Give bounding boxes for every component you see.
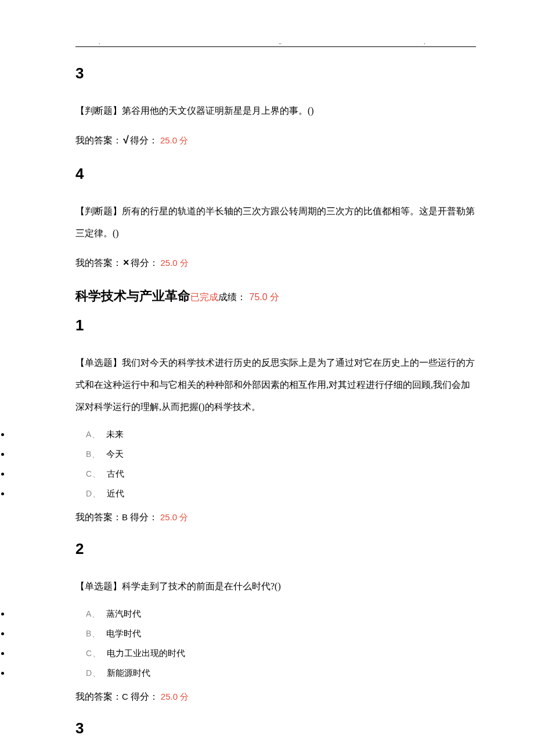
option-d: D、近代 bbox=[10, 484, 476, 503]
answer-letter: C bbox=[122, 692, 128, 701]
option-text: 未来 bbox=[106, 430, 124, 439]
option-label: C、 bbox=[86, 469, 101, 478]
question-2b-answer: 我的答案：C 得分： 25.0 分 bbox=[75, 686, 476, 708]
section-score-label: 成绩： bbox=[218, 292, 246, 302]
question-2b-options: A、蒸汽时代 B、电学时代 C、电力工业出现的时代 D、新能源时代 bbox=[6, 604, 476, 683]
section-status: 已完成 bbox=[190, 292, 218, 302]
score-value: 25.0 分 bbox=[160, 135, 188, 145]
answer-symbol-wrong: × bbox=[122, 257, 131, 268]
option-label: B、 bbox=[86, 629, 100, 638]
option-label: D、 bbox=[86, 668, 101, 678]
option-a: A、未来 bbox=[10, 424, 476, 444]
question-4-answer: 我的答案：×得分： 25.0 分 bbox=[75, 250, 476, 275]
score-value: 25.0 分 bbox=[161, 258, 189, 268]
answer-prefix: 我的答案： bbox=[75, 692, 122, 701]
option-b: B、电学时代 bbox=[10, 624, 476, 643]
option-text: 古代 bbox=[107, 469, 124, 478]
option-text: 蒸汽时代 bbox=[106, 609, 141, 618]
question-number-1b: 1 bbox=[75, 316, 476, 334]
score-value: 25.0 分 bbox=[160, 512, 188, 522]
question-1b-body: 我们对今天的科学技术进行历史的反思实际上是为了通过对它在历史上的一些运行的方式和… bbox=[75, 358, 475, 412]
header-dot-left: . bbox=[99, 39, 100, 45]
option-text: 电力工业出现的时代 bbox=[107, 649, 185, 658]
option-label: A、 bbox=[86, 609, 100, 618]
question-2b-type: 【单选题】 bbox=[75, 581, 122, 591]
header-dot-right: . bbox=[424, 39, 425, 45]
section-title-text: 科学技术与产业革命 bbox=[75, 289, 190, 303]
option-label: B、 bbox=[86, 449, 100, 459]
question-number-4: 4 bbox=[75, 165, 476, 183]
question-1b-options: A、未来 B、今天 C、古代 D、近代 bbox=[6, 424, 476, 503]
question-2b-text: 【单选题】科学走到了技术的前面是在什么时代?() bbox=[75, 575, 476, 597]
option-d: D、新能源时代 bbox=[10, 663, 476, 683]
question-3-answer: 我的答案：√得分： 25.0 分 bbox=[75, 128, 476, 153]
question-4-text: 【判断题】所有的行星的轨道的半长轴的三次方跟公转周期的三次方的比值都相等。这是开… bbox=[75, 200, 476, 245]
question-1b-answer: 我的答案：B 得分： 25.0 分 bbox=[75, 506, 476, 528]
answer-prefix: 我的答案： bbox=[75, 135, 122, 145]
question-2b-body: 科学走到了技术的前面是在什么时代?() bbox=[122, 581, 281, 591]
document-page: . .. . 3 【判断题】第谷用他的天文仪器证明新星是月上界的事。() 我的答… bbox=[0, 0, 534, 756]
score-label: 得分： bbox=[130, 135, 158, 145]
score-value: 25.0 分 bbox=[161, 692, 189, 701]
option-text: 电学时代 bbox=[106, 629, 141, 638]
question-3-body: 第谷用他的天文仪器证明新星是月上界的事。() bbox=[122, 106, 314, 116]
option-a: A、蒸汽时代 bbox=[10, 604, 476, 624]
answer-prefix: 我的答案： bbox=[75, 512, 122, 522]
question-number-2b: 2 bbox=[75, 540, 476, 558]
question-number-3b: 3 bbox=[75, 719, 476, 737]
option-label: D、 bbox=[86, 489, 101, 498]
question-4-body: 所有的行星的轨道的半长轴的三次方跟公转周期的三次方的比值都相等。这是开普勒第三定… bbox=[75, 206, 475, 238]
section-score: 75.0 分 bbox=[250, 292, 280, 302]
question-3-type: 【判断题】 bbox=[75, 106, 122, 116]
answer-symbol-correct: √ bbox=[122, 134, 130, 146]
option-text: 近代 bbox=[107, 489, 124, 498]
option-c: C、古代 bbox=[10, 464, 476, 484]
question-4-type: 【判断题】 bbox=[75, 206, 122, 216]
header-rule: . .. . bbox=[75, 35, 476, 47]
section-heading: 科学技术与产业革命已完成成绩： 75.0 分 bbox=[75, 287, 476, 305]
question-1b-text: 【单选题】我们对今天的科学技术进行历史的反思实际上是为了通过对它在历史上的一些运… bbox=[75, 352, 476, 419]
header-dot-mid: .. bbox=[279, 39, 282, 45]
option-label: A、 bbox=[86, 430, 100, 439]
option-b: B、今天 bbox=[10, 444, 476, 464]
score-label: 得分： bbox=[128, 692, 158, 701]
option-text: 新能源时代 bbox=[107, 668, 150, 678]
option-c: C、电力工业出现的时代 bbox=[10, 643, 476, 663]
answer-prefix: 我的答案： bbox=[75, 258, 122, 268]
question-1b-type: 【单选题】 bbox=[75, 358, 122, 368]
question-3-text: 【判断题】第谷用他的天文仪器证明新星是月上界的事。() bbox=[75, 100, 476, 122]
question-number-3: 3 bbox=[75, 64, 476, 82]
score-label: 得分： bbox=[131, 258, 158, 268]
option-label: C、 bbox=[86, 649, 101, 658]
option-text: 今天 bbox=[106, 449, 124, 459]
answer-letter: B bbox=[122, 512, 128, 522]
score-label: 得分： bbox=[128, 512, 158, 522]
